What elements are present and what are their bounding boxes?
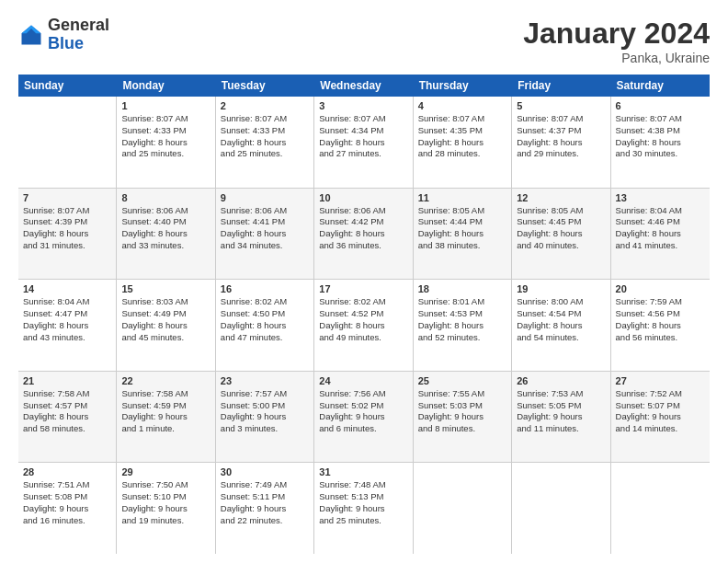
- cell-info-line: and 3 minutes.: [221, 423, 309, 435]
- day-number: 1: [121, 100, 210, 111]
- cell-info-line: Sunrise: 7:48 AM: [319, 479, 407, 491]
- day-number: 23: [221, 375, 309, 386]
- cell-info-line: Sunrise: 7:55 AM: [418, 388, 506, 400]
- cell-info-line: Sunrise: 8:04 AM: [23, 296, 111, 308]
- subtitle: Panka, Ukraine: [523, 51, 710, 65]
- cell-info-line: Daylight: 9 hours: [319, 411, 407, 423]
- cell-info-line: Sunset: 4:46 PM: [616, 216, 705, 228]
- day-number: 18: [418, 283, 506, 294]
- cell-info-line: Sunrise: 8:02 AM: [221, 296, 309, 308]
- cell-info-line: and 30 minutes.: [616, 148, 705, 160]
- cell-info-line: Daylight: 8 hours: [23, 228, 111, 240]
- calendar-header-cell: Sunday: [18, 75, 117, 97]
- calendar-row: 21Sunrise: 7:58 AMSunset: 4:57 PMDayligh…: [18, 372, 710, 464]
- cell-info-line: Sunset: 4:39 PM: [23, 216, 111, 228]
- cell-info-line: and 22 minutes.: [221, 515, 309, 527]
- calendar-cell: 23Sunrise: 7:57 AMSunset: 5:00 PMDayligh…: [216, 372, 314, 463]
- cell-info-line: Sunrise: 8:07 AM: [517, 113, 605, 125]
- calendar-header-cell: Thursday: [414, 75, 512, 97]
- day-number: 28: [23, 466, 111, 477]
- cell-info-line: Daylight: 8 hours: [616, 228, 705, 240]
- cell-info-line: Daylight: 8 hours: [319, 228, 407, 240]
- cell-info-line: Sunset: 4:57 PM: [23, 400, 111, 412]
- cell-info-line: and 41 minutes.: [616, 240, 705, 252]
- day-number: 3: [319, 100, 407, 111]
- cell-info-line: Sunset: 4:40 PM: [121, 216, 210, 228]
- cell-info-line: and 27 minutes.: [319, 148, 407, 160]
- calendar-cell: 27Sunrise: 7:52 AMSunset: 5:07 PMDayligh…: [611, 372, 710, 463]
- cell-info-line: Daylight: 9 hours: [418, 411, 506, 423]
- calendar-cell: 17Sunrise: 8:02 AMSunset: 4:52 PMDayligh…: [314, 280, 413, 371]
- cell-info-line: Daylight: 8 hours: [23, 320, 111, 332]
- cell-info-line: Daylight: 8 hours: [418, 137, 506, 149]
- logo-general-label: General: [48, 17, 109, 35]
- cell-info-line: Sunset: 4:45 PM: [517, 216, 605, 228]
- page: General Blue January 2024 Panka, Ukraine…: [0, 0, 728, 563]
- cell-info-line: Daylight: 9 hours: [221, 503, 309, 515]
- calendar: SundayMondayTuesdayWednesdayThursdayFrid…: [18, 75, 710, 554]
- calendar-cell: 26Sunrise: 7:53 AMSunset: 5:05 PMDayligh…: [512, 372, 610, 463]
- cell-info-line: and 19 minutes.: [121, 515, 210, 527]
- calendar-cell: 25Sunrise: 7:55 AMSunset: 5:03 PMDayligh…: [414, 372, 512, 463]
- cell-info-line: Sunset: 5:13 PM: [319, 491, 407, 503]
- day-number: 10: [319, 192, 407, 203]
- logo-blue-label: Blue: [48, 35, 109, 53]
- cell-info-line: Sunset: 4:44 PM: [418, 216, 506, 228]
- day-number: 8: [121, 192, 210, 203]
- cell-info-line: Sunset: 5:05 PM: [517, 400, 605, 412]
- cell-info-line: Sunrise: 8:03 AM: [121, 296, 210, 308]
- day-number: 13: [616, 192, 705, 203]
- cell-info-line: and 14 minutes.: [616, 423, 705, 435]
- calendar-cell: 18Sunrise: 8:01 AMSunset: 4:53 PMDayligh…: [414, 280, 512, 371]
- cell-info-line: Daylight: 8 hours: [221, 228, 309, 240]
- calendar-cell: 13Sunrise: 8:04 AMSunset: 4:46 PMDayligh…: [611, 189, 710, 280]
- calendar-cell: 21Sunrise: 7:58 AMSunset: 4:57 PMDayligh…: [18, 372, 117, 463]
- cell-info-line: Sunset: 4:37 PM: [517, 125, 605, 137]
- cell-info-line: Sunrise: 7:51 AM: [23, 479, 111, 491]
- calendar-cell: 28Sunrise: 7:51 AMSunset: 5:08 PMDayligh…: [18, 463, 117, 554]
- calendar-cell: [18, 97, 117, 188]
- cell-info-line: Daylight: 8 hours: [319, 320, 407, 332]
- day-number: 15: [121, 283, 210, 294]
- cell-info-line: Sunrise: 8:07 AM: [418, 113, 506, 125]
- cell-info-line: Daylight: 8 hours: [23, 411, 111, 423]
- day-number: 22: [121, 375, 210, 386]
- cell-info-line: and 16 minutes.: [23, 515, 111, 527]
- cell-info-line: Daylight: 8 hours: [121, 137, 210, 149]
- cell-info-line: Sunrise: 8:07 AM: [121, 113, 210, 125]
- cell-info-line: Daylight: 8 hours: [121, 228, 210, 240]
- day-number: 20: [616, 283, 705, 294]
- cell-info-line: Sunset: 5:10 PM: [121, 491, 210, 503]
- calendar-cell: 4Sunrise: 8:07 AMSunset: 4:35 PMDaylight…: [414, 97, 512, 188]
- cell-info-line: Sunset: 4:41 PM: [221, 216, 309, 228]
- cell-info-line: Sunrise: 8:06 AM: [319, 205, 407, 217]
- day-number: 31: [319, 466, 407, 477]
- cell-info-line: Sunset: 5:02 PM: [319, 400, 407, 412]
- cell-info-line: and 31 minutes.: [23, 240, 111, 252]
- cell-info-line: Sunset: 5:11 PM: [221, 491, 309, 503]
- day-number: 5: [517, 100, 605, 111]
- cell-info-line: Sunrise: 8:07 AM: [221, 113, 309, 125]
- cell-info-line: and 49 minutes.: [319, 332, 407, 344]
- day-number: 17: [319, 283, 407, 294]
- calendar-cell: [512, 463, 610, 554]
- cell-info-line: Sunset: 4:33 PM: [221, 125, 309, 137]
- cell-info-line: Daylight: 8 hours: [121, 320, 210, 332]
- title-block: January 2024 Panka, Ukraine: [523, 17, 710, 65]
- cell-info-line: Sunset: 4:33 PM: [121, 125, 210, 137]
- cell-info-line: Sunrise: 7:53 AM: [517, 388, 605, 400]
- cell-info-line: Daylight: 8 hours: [221, 137, 309, 149]
- cell-info-line: and 6 minutes.: [319, 423, 407, 435]
- cell-info-line: and 40 minutes.: [517, 240, 605, 252]
- cell-info-line: Sunset: 4:50 PM: [221, 308, 309, 320]
- cell-info-line: Daylight: 8 hours: [517, 320, 605, 332]
- cell-info-line: Daylight: 8 hours: [418, 228, 506, 240]
- day-number: 24: [319, 375, 407, 386]
- cell-info-line: Sunrise: 7:59 AM: [616, 296, 705, 308]
- cell-info-line: Daylight: 9 hours: [121, 503, 210, 515]
- logo: General Blue: [18, 17, 109, 53]
- cell-info-line: Daylight: 9 hours: [616, 411, 705, 423]
- cell-info-line: and 52 minutes.: [418, 332, 506, 344]
- cell-info-line: Daylight: 9 hours: [517, 411, 605, 423]
- calendar-cell: 22Sunrise: 7:58 AMSunset: 4:59 PMDayligh…: [117, 372, 215, 463]
